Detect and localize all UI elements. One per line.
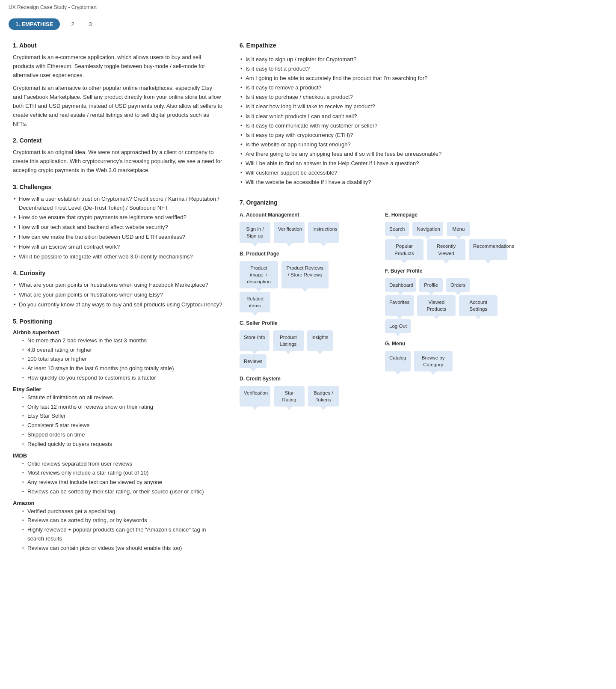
list-item: How will our tech stack and backend affe… [13, 223, 222, 232]
positioning-etsy-label: Etsy Seller [13, 386, 222, 392]
org-menu-label: G. Menu [385, 341, 603, 347]
card-navigation: Navigation [412, 222, 443, 236]
org-account-cards: Sign in / Sign up Verification Instructi… [240, 222, 359, 243]
list-item: Shipped orders on time [21, 431, 222, 440]
curiosity-list: What are your pain points or frustration… [13, 281, 222, 309]
list-item: Highly reviewed + popular products can g… [21, 526, 222, 543]
card-browse-category: Browse by Category [414, 351, 453, 371]
card-dashboard: Dashboard [385, 278, 416, 292]
card-catalog: Catalog [385, 351, 411, 371]
curiosity-heading: 4. Curiosity [13, 270, 222, 276]
empathize-list: Is it easy to sign up / register for Cry… [240, 55, 603, 187]
card-product-reviews: Product Reviews / Store Reviews [281, 261, 329, 288]
list-item: Etsy Star Seller [21, 412, 222, 421]
list-item: Is it clear which products I can and can… [240, 112, 603, 121]
card-store-info: Store Info [240, 330, 270, 351]
tab-empathise[interactable]: 1. EMPATHISE [9, 18, 60, 30]
left-column: 1. About Cryptomart is an e-commerce app… [13, 39, 222, 555]
list-item: Statute of limitations on all reviews [21, 393, 222, 402]
positioning-imdb-label: IMDB [13, 452, 222, 459]
list-item: Is it easy to list a product? [240, 64, 603, 74]
card-profile: Profile [419, 278, 443, 292]
list-item: Is it easy to communicate with my custom… [240, 121, 603, 131]
top-bar: UX Redesign Case Study - Cryptomart [0, 0, 616, 13]
card-verification-credit: Verification [240, 386, 270, 407]
card-recommendations: Recommendations [469, 239, 507, 260]
positioning-amazon-list: Verified purchases get a special tag Rev… [13, 507, 222, 553]
empathize-heading: 6. Empathize [240, 42, 603, 49]
list-item: Are there going to be any shipping fees … [240, 149, 603, 159]
list-item: Is the website or app running fast enoug… [240, 140, 603, 149]
card-orders: Orders [446, 278, 470, 292]
org-right: E. Homepage Search Navigation Menu Popul… [385, 212, 603, 414]
card-verification: Verification [274, 222, 305, 243]
org-section-account: A. Account Management Sign in / Sign up … [240, 212, 359, 243]
org-menu-cards: Catalog Browse by Category [385, 351, 603, 371]
card-instructions: Instructions [308, 222, 339, 243]
org-credit-cards: Verification Star Rating Badges / Tokens [240, 386, 359, 407]
org-product-cards: Product image + description Product Revi… [240, 261, 359, 312]
org-section-product: B. Product Page Product image + descript… [240, 251, 359, 312]
org-seller-label: C. Seller Profile [240, 320, 359, 326]
org-buyer-cards-row1: Dashboard Profile Orders [385, 278, 603, 292]
list-item: Most reviews only include a star rating … [21, 469, 222, 478]
card-favorites: Favorites [385, 295, 414, 316]
challenges-list: How will a user establish trust on Crypt… [13, 195, 222, 261]
about-para-1: Cryptomart is an e-commerce application,… [13, 53, 222, 80]
card-signin: Sign in / Sign up [240, 222, 270, 243]
list-item: 4.8 overall rating or higher [21, 346, 222, 355]
org-buyer-cards-row3: Log Out [385, 319, 603, 333]
positioning-airbnb-list: No more than 2 bad reviews in the last 3… [13, 336, 222, 383]
list-item: Is it clear how long it will take to rec… [240, 102, 603, 111]
org-seller-cards-row1: Store Info Product Listings Insights [240, 330, 359, 351]
list-item: Is it easy to sign up / register for Cry… [240, 55, 603, 64]
list-item: Consistent 5 star reviews [21, 421, 222, 430]
list-item: At least 10 stays in the last 6 months (… [21, 364, 222, 373]
context-para-1: Cryptomart is an original idea. We were … [13, 148, 222, 175]
tab-bar: 1. EMPATHISE 2 3 [0, 13, 616, 35]
list-item: What are your pain points or frustration… [13, 291, 222, 300]
list-item: How can we make the transition between U… [13, 233, 222, 242]
list-item: Reviews can contain pics or videos (we s… [21, 544, 222, 553]
org-account-label: A. Account Management [240, 212, 359, 218]
main-content: 1. About Cryptomart is an e-commerce app… [0, 35, 616, 559]
card-recently-viewed: Recently Viewed [427, 239, 465, 260]
org-seller-cards-row2: Reviews [240, 354, 359, 368]
org-section-menu: G. Menu Catalog Browse by Category [385, 341, 603, 371]
card-menu: Menu [447, 222, 470, 236]
list-item: 100 total stays or higher [21, 355, 222, 364]
list-item: No more than 2 bad reviews in the last 3… [21, 336, 222, 345]
org-homepage-cards-row2: Popular Products Recently Viewed Recomme… [385, 239, 603, 260]
card-related-items: Related items [240, 292, 270, 312]
page-title: UX Redesign Case Study - Cryptomart [9, 4, 97, 10]
card-viewed-products: Viewed Products [417, 295, 456, 316]
list-item: Will the website be accessible if I have… [240, 178, 603, 187]
card-star-rating: Star Rating [274, 386, 305, 407]
list-item: Am I going to be able to accurately find… [240, 74, 603, 83]
tab-3[interactable]: 3 [86, 18, 95, 30]
org-section-homepage: E. Homepage Search Navigation Menu Popul… [385, 212, 603, 260]
org-product-label: B. Product Page [240, 251, 359, 257]
list-item: Is it easy to purchase / checkout a prod… [240, 92, 603, 102]
list-item: Only last 12 months of reviews show on t… [21, 403, 222, 412]
org-section-credit: D. Credit System Verification Star Ratin… [240, 376, 359, 407]
list-item: Do you currently know of any ways to buy… [13, 300, 222, 309]
org-buyer-cards-row2: Favorites Viewed Products Account Settin… [385, 295, 603, 316]
list-item: Is it easy to remove a product? [240, 83, 603, 92]
org-section-seller: C. Seller Profile Store Info Product Lis… [240, 320, 359, 368]
list-item: Critic reviews separated from user revie… [21, 460, 222, 469]
org-buyer-label: F. Buyer Profile [385, 268, 603, 274]
card-insights: Insights [307, 330, 333, 351]
list-item: What are your pain points or frustration… [13, 281, 222, 290]
list-item: Verified purchases get a special tag [21, 507, 222, 516]
challenges-heading: 3. Challenges [13, 184, 222, 190]
positioning-etsy-list: Statute of limitations on all reviews On… [13, 393, 222, 449]
right-column: 6. Empathize Is it easy to sign up / reg… [240, 39, 603, 555]
list-item: Will it be possible to integrate with ot… [13, 252, 222, 261]
positioning-airbnb-label: Airbnb superhost [13, 329, 222, 336]
tab-2[interactable]: 2 [68, 18, 77, 30]
card-popular-products: Popular Products [385, 239, 424, 260]
list-item: Is it easy to pay with cryptocurrency (E… [240, 131, 603, 140]
org-homepage-cards-row1: Search Navigation Menu [385, 222, 603, 236]
card-product-listings: Product Listings [273, 330, 304, 351]
